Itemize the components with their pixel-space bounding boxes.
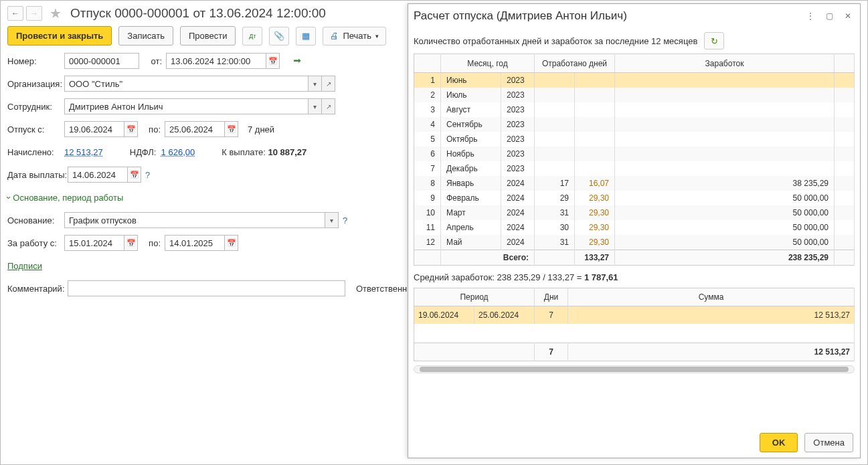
- table-row[interactable]: 2Июль2023: [414, 88, 855, 102]
- avg-text: Средний заработок: 238 235,29 / 133,27 =: [414, 272, 584, 282]
- period-table: Период Дни Сумма 19.06.2024 25.06.2024 7…: [414, 288, 855, 361]
- th2-sum: Сумма: [568, 288, 855, 306]
- dtct-icon[interactable]: Дт: [242, 27, 262, 45]
- foot-norm: 133,27: [575, 250, 615, 266]
- workfrom-input[interactable]: 15.01.2024: [64, 235, 124, 251]
- ok-button[interactable]: OK: [760, 433, 798, 452]
- avg-value: 1 787,61: [584, 272, 618, 282]
- vacation-to-picker-icon[interactable]: 📅: [225, 121, 238, 137]
- earnings-table: Месяц, год Отработано дней Заработок 1Ию…: [414, 54, 855, 266]
- table-row[interactable]: 3Август2023: [414, 102, 855, 117]
- table-row[interactable]: 1Июнь2023: [414, 73, 855, 88]
- scrollbar-thumb[interactable]: [420, 367, 849, 372]
- foot-label: Всего:: [441, 250, 535, 266]
- signatures-link[interactable]: Подписи: [7, 261, 42, 271]
- printer-icon: 🖨: [330, 31, 339, 41]
- attachment-icon[interactable]: 📎: [269, 27, 289, 45]
- employee-open-icon[interactable]: ↗: [322, 98, 335, 114]
- table-row[interactable]: 9Февраль20242929,3050 000,00: [414, 191, 855, 205]
- horizontal-scrollbar[interactable]: [414, 365, 855, 373]
- table-row[interactable]: 8Январь20241716,0738 235,29: [414, 176, 855, 191]
- ndfl-label: НДФЛ:: [130, 147, 157, 157]
- attach-small-icon[interactable]: ⮕: [293, 56, 302, 66]
- vacation-from-picker-icon[interactable]: 📅: [124, 121, 138, 137]
- paydate-input[interactable]: 14.06.2024: [68, 167, 128, 183]
- refresh-button[interactable]: ↻: [704, 32, 724, 50]
- print-button[interactable]: 🖨 Печать ▾: [323, 27, 386, 45]
- th2-days: Дни: [535, 288, 568, 306]
- paydate-picker-icon[interactable]: 📅: [128, 167, 141, 183]
- cancel-button[interactable]: Отмена: [804, 433, 853, 452]
- workfrom-picker-icon[interactable]: 📅: [124, 235, 138, 251]
- table-row[interactable]: 10Март20243129,3050 000,00: [414, 205, 855, 220]
- accrued-link[interactable]: 12 513,27: [64, 147, 103, 157]
- table-row[interactable]: 6Ноябрь2023: [414, 147, 855, 161]
- date-picker-icon[interactable]: 📅: [266, 53, 280, 69]
- chevron-down-icon: ▾: [375, 33, 379, 39]
- accrued-label: Начислено:: [7, 147, 64, 157]
- paydate-label: Дата выплаты:: [7, 170, 68, 180]
- panel-subtitle: Количество отработанных дней и заработок…: [414, 36, 697, 46]
- post-button[interactable]: Провести: [180, 26, 236, 45]
- workfrom-label: За работу с:: [7, 238, 64, 248]
- vacation-days-text: 7 дней: [248, 124, 274, 134]
- employee-label: Сотрудник:: [7, 102, 64, 112]
- structure-icon[interactable]: ▦: [296, 27, 316, 45]
- vacation-to-input[interactable]: 25.06.2024: [165, 121, 225, 137]
- table-row[interactable]: 7Декабрь2023: [414, 161, 855, 176]
- save-button[interactable]: Записать: [118, 26, 173, 45]
- basis-help-icon[interactable]: ?: [343, 215, 347, 225]
- more-icon[interactable]: ⋮: [804, 9, 817, 23]
- panel-title: Расчет отпуска (Дмитриев Антон Ильич): [414, 9, 798, 23]
- foot2-sum: 12 513,27: [568, 343, 855, 361]
- basis-group-toggle[interactable]: ›Основание, период работы: [7, 193, 123, 203]
- th-days: Отработано дней: [535, 54, 615, 73]
- org-open-icon[interactable]: ↗: [322, 76, 335, 92]
- period-row[interactable]: 19.06.2024 25.06.2024 7 12 513,27: [414, 306, 855, 324]
- topay-label: К выплате:: [222, 147, 266, 157]
- org-input[interactable]: ООО "Стиль": [64, 76, 309, 92]
- date-input[interactable]: 13.06.2024 12:00:00: [166, 53, 266, 69]
- workto-picker-icon[interactable]: 📅: [225, 235, 238, 251]
- maximize-icon[interactable]: ▢: [822, 9, 836, 23]
- workto-label: по:: [138, 238, 165, 248]
- employee-dropdown-icon[interactable]: ▾: [309, 98, 322, 114]
- table-row[interactable]: 4Сентябрь2023: [414, 117, 855, 132]
- from-label: от:: [139, 56, 166, 66]
- comment-input[interactable]: [68, 280, 345, 296]
- org-dropdown-icon[interactable]: ▾: [309, 76, 322, 92]
- basis-input[interactable]: График отпусков: [64, 212, 325, 228]
- foot2-days: 7: [535, 343, 568, 361]
- basis-label: Основание:: [7, 215, 64, 225]
- vacation-from-input[interactable]: 19.06.2024: [64, 121, 124, 137]
- employee-input[interactable]: Дмитриев Антон Ильич: [64, 98, 309, 114]
- th-earnings: Заработок: [615, 54, 835, 73]
- th2-period: Период: [414, 288, 535, 306]
- vacation-to-label: по:: [138, 124, 165, 134]
- table-row[interactable]: 11Апрель20243029,3050 000,00: [414, 220, 855, 235]
- favorite-icon[interactable]: ★: [48, 5, 64, 21]
- foot-earn: 238 235,29: [615, 250, 835, 266]
- table-row[interactable]: 12Май20243129,3050 000,00: [414, 235, 855, 250]
- forward-button[interactable]: →: [26, 6, 42, 21]
- vacation-from-label: Отпуск с:: [7, 124, 64, 134]
- ndfl-link[interactable]: 1 626,00: [161, 147, 195, 157]
- close-icon[interactable]: ✕: [841, 9, 855, 23]
- paydate-help-icon[interactable]: ?: [145, 170, 150, 180]
- table-row[interactable]: 5Октябрь2023: [414, 132, 855, 147]
- page-title: Отпуск 0000-000001 от 13.06.2024 12:00:0…: [70, 6, 326, 21]
- workto-input[interactable]: 14.01.2025: [165, 235, 225, 251]
- number-label: Номер:: [7, 56, 64, 66]
- basis-dropdown-icon[interactable]: ▾: [325, 212, 339, 228]
- th-month: Месяц, год: [441, 54, 535, 73]
- post-and-close-button[interactable]: Провести и закрыть: [7, 26, 112, 45]
- topay-value: 10 887,27: [268, 147, 307, 157]
- comment-label: Комментарий:: [7, 284, 68, 294]
- number-input[interactable]: 0000-000001: [64, 53, 139, 69]
- org-label: Организация:: [7, 79, 64, 89]
- back-button[interactable]: ←: [7, 6, 23, 21]
